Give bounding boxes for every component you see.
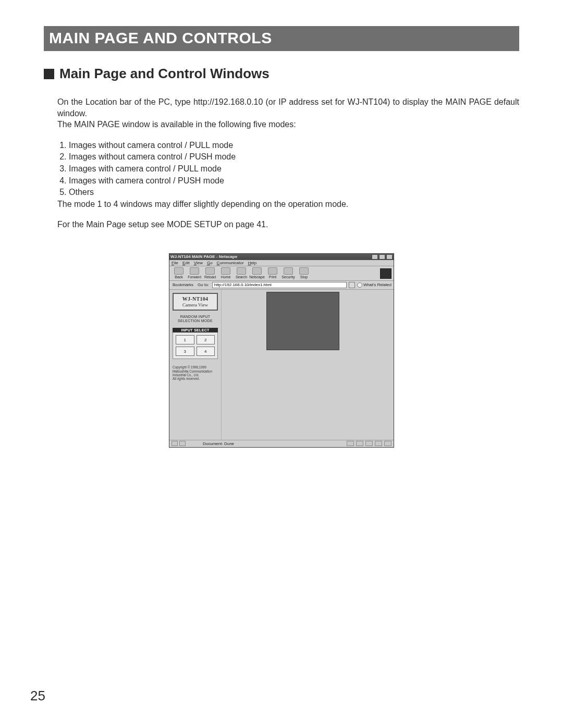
page-content: WJ-NT104 Camera View RANDOM INPUT SELECT… xyxy=(169,290,394,440)
browser-window: WJ-NT104 MAIN PAGE - Netscape File Edit … xyxy=(169,253,394,448)
list-item: Images with camera control / PUSH mode xyxy=(69,175,519,187)
toolbar-print[interactable]: Print xyxy=(265,267,280,279)
netscape-logo-icon xyxy=(380,268,391,279)
minimize-button[interactable] xyxy=(372,254,378,260)
menu-view[interactable]: View xyxy=(194,261,203,265)
menu-file[interactable]: File xyxy=(172,261,178,265)
whats-related[interactable]: What's Related xyxy=(357,282,391,288)
section-banner: MAIN PAGE AND CONTROLS xyxy=(44,26,519,51)
tray-icon xyxy=(347,441,354,446)
status-icon xyxy=(179,441,186,446)
input-select-header: INPUT SELECT xyxy=(173,328,218,332)
input-select-panel: INPUT SELECT 1 2 3 4 xyxy=(173,328,218,359)
bookmarks-button[interactable]: Bookmarks xyxy=(172,282,194,287)
toolbar-back[interactable]: Back xyxy=(172,267,186,279)
stop-icon xyxy=(299,267,309,275)
toolbar-security[interactable]: Security xyxy=(281,267,296,279)
menu-edit[interactable]: Edit xyxy=(182,261,190,265)
list-item: Images without camera control / PUSH mod… xyxy=(69,151,519,163)
tray-icon xyxy=(384,441,391,446)
related-icon xyxy=(357,282,362,288)
close-button[interactable] xyxy=(386,254,393,260)
forward-icon xyxy=(190,267,199,275)
print-icon xyxy=(268,267,277,275)
window-titlebar: WJ-NT104 MAIN PAGE - Netscape xyxy=(169,254,394,260)
menu-go[interactable]: Go xyxy=(207,261,213,265)
toolbar-home[interactable]: Home xyxy=(218,267,233,279)
section-title: Main Page and Control Windows xyxy=(59,66,270,82)
security-icon xyxy=(284,267,293,275)
menu-communicator[interactable]: Communicator xyxy=(217,261,244,265)
window-controls xyxy=(372,254,393,260)
device-title: WJ-NT104 xyxy=(175,296,216,302)
device-subtitle: Camera View xyxy=(175,302,216,307)
toolbar: Back Forward Reload Home Search Netscape… xyxy=(169,266,394,281)
maximize-button[interactable] xyxy=(379,254,385,260)
back-icon xyxy=(174,267,183,275)
location-bar: Bookmarks Go to: What's Related xyxy=(169,281,394,290)
input-select-2[interactable]: 2 xyxy=(197,335,215,344)
netscape-icon xyxy=(252,267,262,275)
input-select-1[interactable]: 1 xyxy=(176,335,194,344)
status-tray xyxy=(347,441,391,446)
device-title-box: WJ-NT104 Camera View xyxy=(173,293,218,311)
mode-label: RANDOM INPUT SELECTION MODE xyxy=(173,315,218,323)
section-heading: Main Page and Control Windows xyxy=(44,66,519,82)
mode-list: Images without camera control / PULL mod… xyxy=(57,140,519,198)
url-dropdown-icon[interactable] xyxy=(349,282,355,288)
status-bar: Document: Done xyxy=(169,440,394,447)
toolbar-stop[interactable]: Stop xyxy=(297,267,311,279)
status-message: Document: Done xyxy=(203,441,265,446)
setup-reference: For the Main Page setup see MODE SETUP o… xyxy=(57,219,519,230)
list-item: Images with camera control / PULL mode xyxy=(69,163,519,175)
list-item: Images without camera control / PULL mod… xyxy=(69,140,519,151)
window-title: WJ-NT104 MAIN PAGE - Netscape xyxy=(170,254,237,259)
intro-paragraph: On the Location bar of the PC, type http… xyxy=(57,96,519,119)
tray-icon xyxy=(375,441,382,446)
toolbar-reload[interactable]: Reload xyxy=(203,267,217,279)
search-icon xyxy=(237,267,246,275)
status-icon xyxy=(172,441,178,446)
embedded-screenshot: WJ-NT104 MAIN PAGE - Netscape File Edit … xyxy=(169,253,394,448)
related-label: What's Related xyxy=(363,282,391,287)
input-select-4[interactable]: 4 xyxy=(197,347,215,356)
home-icon xyxy=(221,267,230,275)
list-item: Others xyxy=(69,187,519,198)
camera-viewport xyxy=(222,290,394,440)
input-select-3[interactable]: 3 xyxy=(176,347,194,356)
toolbar-forward[interactable]: Forward xyxy=(187,267,202,279)
menu-help[interactable]: Help xyxy=(248,261,256,265)
camera-image xyxy=(266,292,339,350)
body-text: On the Location bar of the PC, type http… xyxy=(44,96,519,230)
toolbar-netscape[interactable]: Netscape xyxy=(250,267,264,279)
note-after-list: The mode 1 to 4 windows may differ sligh… xyxy=(57,199,519,210)
camera-sidebar: WJ-NT104 Camera View RANDOM INPUT SELECT… xyxy=(169,290,222,440)
menu-bar: File Edit View Go Communicator Help xyxy=(169,260,394,266)
tray-icon xyxy=(365,441,373,446)
goto-label: Go to: xyxy=(197,282,210,287)
reload-icon xyxy=(205,267,215,275)
url-input[interactable] xyxy=(212,282,347,288)
input-select-grid: 1 2 3 4 xyxy=(173,332,218,359)
tray-icon xyxy=(356,441,363,446)
page-number: 25 xyxy=(30,688,45,704)
intro-line-2: The MAIN PAGE window is available in the… xyxy=(57,119,519,130)
copyright: Copyright © 1998,1999 Matsushita Communi… xyxy=(173,365,218,380)
toolbar-search[interactable]: Search xyxy=(234,267,249,279)
square-bullet-icon xyxy=(44,69,54,79)
